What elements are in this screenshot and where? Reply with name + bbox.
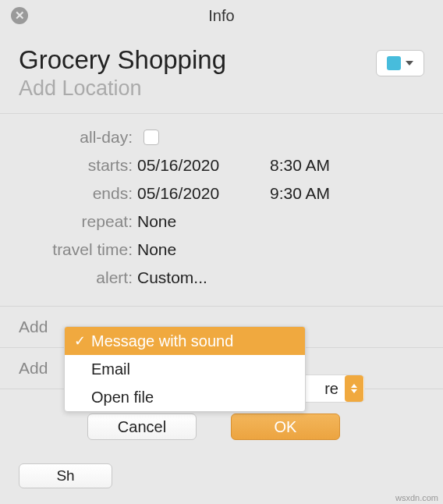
ends-date[interactable]: 05/16/2020: [137, 184, 270, 203]
check-icon: ✓: [74, 389, 91, 406]
starts-time[interactable]: 8:30 AM: [270, 156, 330, 175]
alert-type-menu: ✓ Message with sound ✓ Email ✓ Open file: [64, 326, 306, 412]
location-field[interactable]: Add Location: [19, 76, 376, 101]
repeat-value[interactable]: None: [137, 212, 176, 231]
event-form: all-day: starts: 05/16/2020 8:30 AM ends…: [0, 114, 443, 306]
allday-checkbox[interactable]: [144, 130, 159, 145]
travel-value[interactable]: None: [137, 240, 176, 259]
ends-label: ends:: [19, 184, 137, 203]
titlebar: ✕ Info: [0, 0, 443, 31]
color-swatch-icon: [387, 56, 401, 70]
menu-item-open-file[interactable]: ✓ Open file: [65, 383, 305, 411]
travel-label: travel time:: [19, 240, 137, 259]
ends-time[interactable]: 9:30 AM: [270, 184, 330, 203]
check-icon: ✓: [74, 360, 91, 378]
alert-label: alert:: [19, 268, 137, 287]
repeat-label: repeat:: [19, 212, 137, 231]
chevron-down-icon: [406, 61, 413, 66]
starts-label: starts:: [19, 156, 137, 175]
allday-label: all-day:: [19, 128, 137, 147]
menu-item-email[interactable]: ✓ Email: [65, 355, 305, 383]
check-icon: ✓: [74, 332, 91, 350]
cancel-button[interactable]: Cancel: [87, 413, 197, 440]
watermark: wsxdn.com: [395, 493, 438, 502]
calendar-color-selector[interactable]: [376, 50, 424, 76]
event-header: Grocery Shopping Add Location: [0, 31, 443, 113]
dialog-buttons: Cancel OK: [87, 413, 340, 440]
close-icon[interactable]: ✕: [11, 7, 28, 24]
starts-date[interactable]: 05/16/2020: [137, 156, 270, 175]
show-button[interactable]: Sh: [19, 463, 112, 488]
ok-button[interactable]: OK: [231, 413, 340, 440]
event-title[interactable]: Grocery Shopping: [19, 45, 376, 75]
dropdown-stepper-icon: [345, 375, 363, 402]
alert-value[interactable]: Custom...: [137, 268, 207, 287]
menu-item-label: Open file: [91, 389, 154, 406]
menu-item-label: Email: [91, 360, 130, 378]
menu-item-label: Message with sound: [91, 332, 233, 350]
menu-item-message-with-sound[interactable]: ✓ Message with sound: [65, 327, 305, 355]
window-title: Info: [0, 7, 443, 25]
